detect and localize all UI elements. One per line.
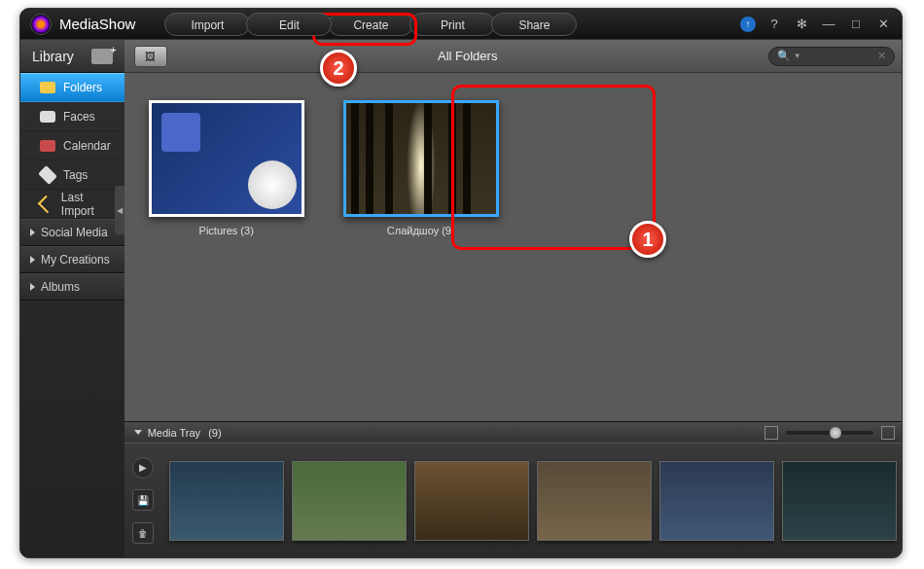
chevron-down-icon bbox=[134, 430, 142, 435]
annotation-badge-1: 1 bbox=[629, 221, 666, 258]
tab-edit[interactable]: Edit bbox=[246, 13, 332, 36]
library-header: Library bbox=[20, 40, 124, 73]
faces-icon bbox=[40, 111, 55, 123]
search-icon: 🔍 bbox=[777, 50, 791, 62]
folder-icon bbox=[40, 82, 55, 93]
tray-count: (9) bbox=[208, 427, 221, 439]
add-library-icon[interactable] bbox=[91, 49, 113, 64]
tab-share[interactable]: Share bbox=[491, 13, 577, 36]
tray-header[interactable]: Media Tray (9) bbox=[124, 421, 903, 443]
chevron-right-icon bbox=[30, 256, 35, 264]
tray-thumb[interactable] bbox=[782, 461, 897, 541]
breadcrumb-title: All Folders bbox=[167, 49, 768, 63]
search-input[interactable]: 🔍 ▼ ✕ bbox=[768, 47, 895, 66]
breadcrumb-bar: 🖼 All Folders 🔍 ▼ ✕ bbox=[124, 40, 903, 73]
section-label: Albums bbox=[41, 280, 80, 294]
sidebar: Library Folders Faces Calendar Tags bbox=[20, 40, 124, 557]
chevron-right-icon bbox=[30, 283, 35, 291]
update-icon[interactable]: ↑ bbox=[740, 17, 756, 32]
thumbnail-art bbox=[152, 103, 302, 214]
folder-grid: Pictures (3) Слайдшоу (9) bbox=[124, 73, 903, 421]
zoom-slider[interactable] bbox=[786, 431, 873, 435]
tray-title: Media Tray bbox=[148, 427, 200, 439]
chevron-right-icon bbox=[30, 229, 35, 236]
breadcrumb-home-icon[interactable]: 🖼 bbox=[134, 46, 167, 67]
tray-thumb[interactable] bbox=[537, 461, 652, 541]
tray-thumb[interactable] bbox=[292, 461, 407, 541]
tab-create[interactable]: Create bbox=[328, 13, 413, 36]
main-menu: Import Edit Create Print Share bbox=[164, 13, 573, 36]
sidebar-item-label: Folders bbox=[63, 81, 102, 94]
calendar-icon bbox=[40, 140, 55, 152]
chevron-down-icon: ▼ bbox=[794, 52, 801, 60]
tray-view-controls bbox=[764, 426, 895, 440]
folder-label: Слайдшоу (9) bbox=[387, 225, 455, 236]
zoom-thumb[interactable] bbox=[830, 427, 841, 439]
app-window: MediaShow Import Edit Create Print Share… bbox=[19, 8, 903, 558]
sidebar-collapse-handle[interactable] bbox=[115, 186, 124, 234]
minimize-button[interactable]: — bbox=[820, 16, 837, 33]
sidebar-item-tags[interactable]: Tags bbox=[20, 160, 124, 190]
sidebar-item-last-import[interactable]: Last Import bbox=[20, 190, 124, 219]
clear-search-icon[interactable]: ✕ bbox=[877, 50, 886, 62]
tray-thumb[interactable] bbox=[414, 461, 529, 541]
folder-item-pictures[interactable]: Pictures (3) bbox=[144, 100, 309, 236]
main-area: 🖼 All Folders 🔍 ▼ ✕ Pictures (3) bbox=[124, 40, 903, 557]
sidebar-item-label: Faces bbox=[63, 110, 95, 124]
tray-thumbnails[interactable] bbox=[161, 444, 903, 557]
section-label: Social Media bbox=[41, 226, 108, 239]
view-large-icon[interactable] bbox=[881, 426, 895, 440]
sidebar-item-calendar[interactable]: Calendar bbox=[20, 131, 124, 160]
library-title: Library bbox=[32, 49, 74, 64]
tray-thumb[interactable] bbox=[659, 461, 774, 541]
app-body: Library Folders Faces Calendar Tags bbox=[20, 40, 902, 557]
app-title: MediaShow bbox=[59, 16, 135, 32]
annotation-badge-2: 2 bbox=[320, 50, 357, 87]
sidebar-section-creations[interactable]: My Creations bbox=[20, 246, 124, 273]
folder-thumbnail bbox=[149, 100, 304, 217]
tab-import[interactable]: Import bbox=[164, 13, 250, 36]
close-button[interactable]: ✕ bbox=[874, 16, 892, 33]
titlebar: MediaShow Import Edit Create Print Share… bbox=[20, 9, 902, 40]
tray-controls: ▶ 💾 🗑 bbox=[124, 444, 161, 557]
delete-button[interactable]: 🗑 bbox=[132, 522, 154, 544]
section-label: My Creations bbox=[41, 253, 110, 267]
sidebar-item-label: Tags bbox=[63, 168, 88, 182]
folder-thumbnail bbox=[343, 100, 499, 217]
tray-thumb[interactable] bbox=[169, 461, 284, 541]
sidebar-item-label: Last Import bbox=[61, 191, 111, 218]
thumbnail-art bbox=[346, 103, 496, 214]
tab-print[interactable]: Print bbox=[409, 13, 495, 36]
last-import-icon bbox=[38, 195, 55, 212]
help-icon[interactable]: ? bbox=[765, 16, 783, 33]
sidebar-item-label: Calendar bbox=[63, 139, 111, 153]
tag-icon bbox=[38, 165, 57, 185]
sidebar-item-faces[interactable]: Faces bbox=[20, 102, 124, 131]
play-button[interactable]: ▶ bbox=[132, 457, 154, 479]
view-small-icon[interactable] bbox=[764, 426, 778, 440]
media-tray: ▶ 💾 🗑 bbox=[124, 443, 903, 557]
save-button[interactable]: 💾 bbox=[132, 489, 154, 511]
maximize-button[interactable]: □ bbox=[847, 16, 865, 33]
settings-icon[interactable]: ✻ bbox=[793, 16, 810, 33]
app-logo-icon bbox=[30, 14, 52, 35]
sidebar-item-folders[interactable]: Folders bbox=[20, 73, 124, 102]
folder-label: Pictures (3) bbox=[199, 225, 254, 236]
sidebar-section-albums[interactable]: Albums bbox=[20, 273, 124, 301]
folder-item-slideshow[interactable]: Слайдшоу (9) bbox=[338, 100, 504, 236]
sidebar-section-social[interactable]: Social Media bbox=[20, 219, 124, 246]
titlebar-right: ↑ ? ✻ — □ ✕ bbox=[740, 16, 892, 33]
